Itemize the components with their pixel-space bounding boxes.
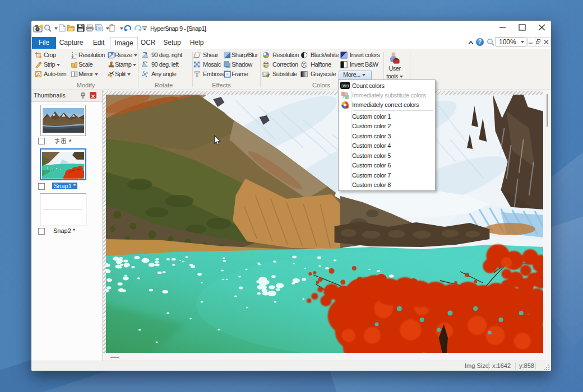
svg-text:359: 359 xyxy=(341,83,349,88)
